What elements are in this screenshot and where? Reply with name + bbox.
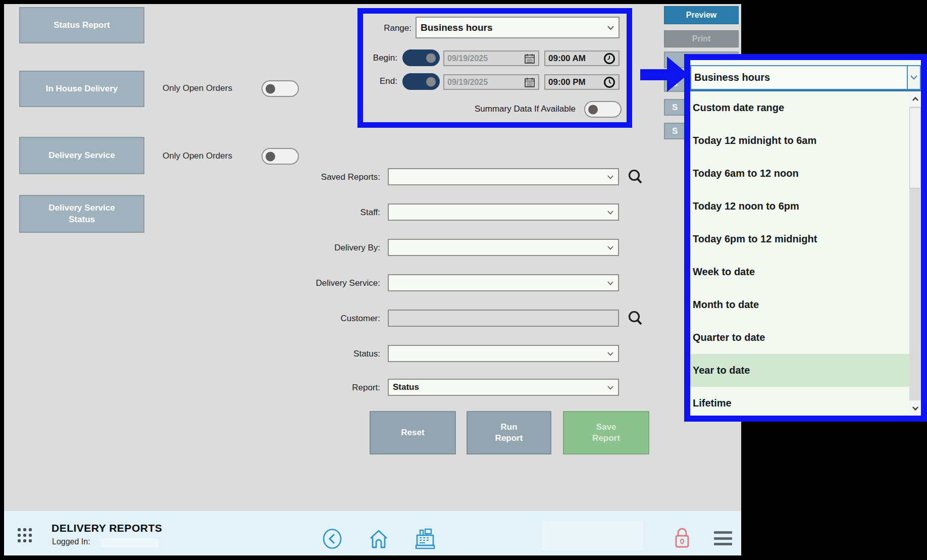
range-dropdown-selected[interactable]: Business hours xyxy=(690,65,921,90)
dropdown-item-label: Today 12 midnight to 6am xyxy=(693,135,816,146)
customer-input[interactable] xyxy=(388,310,619,327)
calendar-icon xyxy=(524,53,535,64)
delivery-by-label: Delivery By: xyxy=(263,242,380,253)
dropdown-item-label: Today 12 noon to 6pm xyxy=(693,200,799,212)
chevron-down-icon xyxy=(607,175,614,179)
end-date-value: 09/19/2025 xyxy=(447,78,488,87)
chevron-down-icon xyxy=(607,351,614,356)
range-dropdown-callout: Business hours Custom date range Today 1… xyxy=(684,54,927,422)
end-date-field[interactable]: 09/19/2025 xyxy=(443,74,539,90)
scroll-up-icon[interactable] xyxy=(909,91,921,107)
logged-in-label: Logged In: xyxy=(52,537,90,546)
only-open-orders-toggle-2[interactable] xyxy=(262,148,299,165)
dropdown-item-label: Quarter to date xyxy=(693,332,765,343)
status-select[interactable] xyxy=(388,345,619,362)
delivery-service-button[interactable]: Delivery Service xyxy=(19,137,144,174)
chevron-down-icon xyxy=(607,210,614,215)
dropdown-item-label: Today 6am to 12 noon xyxy=(693,168,799,179)
clock-icon xyxy=(603,76,615,88)
in-house-delivery-label: In House Delivery xyxy=(46,84,118,94)
begin-time-field[interactable]: 09:00 AM xyxy=(544,50,620,66)
customer-label: Customer: xyxy=(263,313,380,324)
dropdown-item-label: Month to date xyxy=(693,299,759,311)
status-label: Status: xyxy=(263,348,380,360)
begin-time-value: 09:00 AM xyxy=(548,54,586,64)
scrollbar-thumb[interactable] xyxy=(909,108,921,188)
redacted-area xyxy=(542,521,643,550)
dropdown-item-label: Week to date xyxy=(693,266,755,278)
chevron-down-icon xyxy=(607,25,614,30)
scroll-down-icon[interactable] xyxy=(909,400,921,416)
dropdown-item-today-noon-6pm[interactable]: Today 12 noon to 6pm xyxy=(690,190,909,223)
report-select[interactable]: Status xyxy=(388,379,619,396)
range-label: Range: xyxy=(366,23,411,33)
delivery-by-select[interactable] xyxy=(388,239,619,256)
dropdown-item-today-midnight-6am[interactable]: Today 12 midnight to 6am xyxy=(690,124,909,157)
staff-label: Staff: xyxy=(263,207,380,218)
delivery-service-status-label: Delivery Service Status xyxy=(40,202,124,225)
partial-label: S xyxy=(672,103,678,113)
chevron-down-icon xyxy=(607,281,614,285)
partial-label: S xyxy=(672,126,678,136)
dropdown-scrollbar[interactable] xyxy=(909,91,921,416)
dropdown-item-today-6am-noon[interactable]: Today 6am to 12 noon xyxy=(690,157,909,190)
delivery-service-filter-label: Delivery Service: xyxy=(263,278,380,289)
preview-button[interactable]: Preview xyxy=(664,6,739,24)
saved-reports-search-icon[interactable] xyxy=(627,168,643,188)
dropdown-item-custom-date-range[interactable]: Custom date range xyxy=(690,91,909,124)
chevron-down-icon[interactable] xyxy=(907,66,920,89)
toggle-knob xyxy=(426,77,436,86)
report-label: Report: xyxy=(263,382,380,393)
chevron-down-icon xyxy=(607,385,614,390)
dropdown-item-label: Year to date xyxy=(693,365,750,376)
only-open-orders-toggle-1[interactable] xyxy=(262,80,299,97)
range-select[interactable]: Business hours xyxy=(416,17,620,38)
dropdown-item-year-to-date[interactable]: Year to date xyxy=(690,354,909,387)
delivery-service-select[interactable] xyxy=(388,274,619,291)
dropdown-item-label: Custom date range xyxy=(693,102,784,114)
dropdown-item-lifetime[interactable]: Lifetime xyxy=(690,387,909,420)
status-report-button[interactable]: Status Report xyxy=(19,7,144,43)
delivery-service-status-button[interactable]: Delivery Service Status xyxy=(19,195,144,233)
run-report-button[interactable]: Run Report xyxy=(467,411,551,454)
saved-reports-select[interactable] xyxy=(388,168,619,185)
print-button[interactable]: Print xyxy=(664,30,739,47)
only-open-orders-label-2: Only Open Orders xyxy=(163,151,232,161)
back-button[interactable] xyxy=(322,528,342,551)
begin-date-value: 09/19/2025 xyxy=(447,54,488,63)
cash-register-button[interactable] xyxy=(414,526,437,552)
customer-search-icon[interactable] xyxy=(627,310,643,330)
dropdown-item-month-to-date[interactable]: Month to date xyxy=(690,288,909,321)
save-report-button[interactable]: Save Report xyxy=(563,411,649,454)
dropdown-item-quarter-to-date[interactable]: Quarter to date xyxy=(690,321,909,354)
begin-label: Begin: xyxy=(360,53,397,63)
lock-icon[interactable] xyxy=(674,527,691,551)
range-select-value: Business hours xyxy=(421,22,493,33)
preview-label: Preview xyxy=(686,11,716,20)
begin-toggle[interactable] xyxy=(402,49,440,66)
app-grid-menu-icon[interactable] xyxy=(18,528,33,544)
callout-arrow xyxy=(640,69,669,80)
status-report-label: Status Report xyxy=(54,20,110,30)
toggle-knob xyxy=(588,105,598,114)
home-button[interactable] xyxy=(368,528,389,551)
begin-date-field[interactable]: 09/19/2025 xyxy=(443,50,539,66)
logged-in-user-redacted xyxy=(101,538,159,547)
dropdown-item-week-to-date[interactable]: Week to date xyxy=(690,256,909,288)
end-time-field[interactable]: 09:00 PM xyxy=(544,74,620,90)
staff-select[interactable] xyxy=(388,203,619,221)
toggle-knob xyxy=(266,151,275,161)
in-house-delivery-button[interactable]: In House Delivery xyxy=(19,71,144,107)
summary-data-toggle[interactable] xyxy=(584,101,622,118)
dropdown-item-label: Today 6pm to 12 midnight xyxy=(693,233,817,245)
screen: Status Report In House Delivery Delivery… xyxy=(0,0,927,560)
end-toggle[interactable] xyxy=(402,73,440,90)
run-report-label: Run Report xyxy=(489,422,529,444)
reset-button[interactable]: Reset xyxy=(370,411,456,454)
chevron-down-icon xyxy=(607,245,614,250)
print-label: Print xyxy=(692,34,710,43)
dropdown-item-today-6pm-midnight[interactable]: Today 6pm to 12 midnight xyxy=(690,223,909,256)
toggle-knob xyxy=(266,84,275,93)
hamburger-menu-icon[interactable] xyxy=(714,531,732,545)
report-select-value: Status xyxy=(393,382,419,392)
